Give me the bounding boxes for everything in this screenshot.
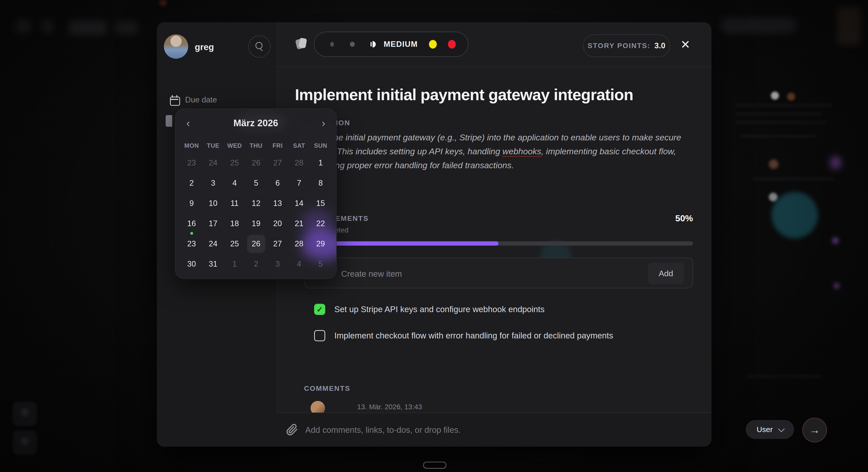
calendar-day-14[interactable]: 14 (288, 193, 310, 214)
calendar-day-17[interactable]: 17 (202, 214, 224, 234)
calendar-day-5[interactable]: 5 (245, 173, 267, 193)
calendar-day-28[interactable]: 28 (288, 234, 310, 254)
calendar-day-10[interactable]: 10 (202, 193, 224, 214)
calendar-day-5[interactable]: 5 (310, 254, 331, 274)
bg-big-teal-circle (771, 192, 818, 239)
calendar-month-title: März 2026 (234, 118, 278, 128)
calendar-day-26[interactable]: 26 (245, 234, 267, 254)
assignee-avatar[interactable] (164, 34, 188, 59)
calendar-day-25[interactable]: 25 (224, 153, 245, 173)
new-requirement-input[interactable]: Create new item Add (304, 257, 693, 288)
task-title[interactable]: Implement initial payment gateway integr… (295, 86, 710, 104)
comment-input[interactable]: Add comments, links, to-dos, or drop fil… (305, 425, 461, 435)
calendar-day-23[interactable]: 23 (181, 153, 202, 173)
priority-low-icon[interactable] (348, 40, 357, 49)
story-points-badge[interactable]: STORY POINTS: 3.0 (583, 34, 670, 57)
weekday-label: SUN (310, 141, 331, 150)
checkbox-checked[interactable] (314, 304, 325, 315)
calendar-day-18[interactable]: 18 (224, 214, 245, 234)
weekday-label: THU (245, 141, 267, 150)
calendar-day-28[interactable]: 28 (288, 153, 310, 173)
bg-text-line (746, 374, 822, 378)
calendar-day-11[interactable]: 11 (224, 193, 245, 214)
calendar-day-30[interactable]: 30 (181, 254, 202, 274)
calendar-day-13[interactable]: 13 (267, 193, 288, 214)
priority-lowest-icon[interactable] (328, 40, 337, 49)
calendar-day-1[interactable]: 1 (224, 254, 245, 274)
calendar-day-3[interactable]: 3 (267, 254, 288, 274)
bg-status-dot (830, 156, 841, 169)
spellcheck-word: webhooks (502, 147, 541, 156)
calendar-day-15[interactable]: 15 (310, 193, 331, 214)
window-drag-handle[interactable] (423, 462, 446, 469)
calendar-day-19[interactable]: 19 (245, 214, 267, 234)
requirements-percent: 50% (637, 213, 693, 223)
calendar-day-9[interactable]: 9 (181, 193, 202, 214)
checkbox-unchecked[interactable] (314, 330, 325, 341)
close-button[interactable]: ✕ (677, 36, 693, 53)
calendar-day-8[interactable]: 8 (310, 173, 331, 193)
calendar-day-24[interactable]: 24 (202, 153, 224, 173)
bg-text-line (751, 177, 835, 181)
send-comment-button[interactable]: → (802, 418, 827, 442)
calendar-day-16[interactable]: 16 (181, 214, 202, 234)
bg-text-line (736, 103, 832, 107)
attachment-icon[interactable] (286, 424, 298, 436)
bg-shape (42, 20, 53, 33)
calendar-day-4[interactable]: 4 (224, 173, 245, 193)
calendar-day-26[interactable]: 26 (245, 153, 267, 173)
priority-selected-label: MEDIUM (384, 40, 418, 49)
comment-timestamp: 13. Mär. 2026, 13:43 (357, 403, 422, 411)
add-requirement-button[interactable]: Add (648, 262, 684, 284)
calendar-day-27[interactable]: 27 (267, 153, 288, 173)
bg-avatar (769, 193, 777, 201)
description-line: payments. This includes setting up API k… (295, 145, 697, 158)
due-date-label: Due date (185, 95, 217, 104)
calendar-day-21[interactable]: 21 (288, 214, 310, 234)
label-sticker-icon[interactable] (296, 38, 307, 50)
weekday-label: TUE (202, 141, 224, 150)
story-points-value: 3.0 (655, 41, 665, 50)
weekday-label: MON (181, 141, 202, 150)
requirements-progress-bar (304, 241, 693, 246)
calendar-day-22[interactable]: 22 (310, 214, 331, 234)
chevron-down-icon (778, 426, 785, 432)
calendar-day-1[interactable]: 1 (310, 153, 331, 173)
add-assignee-button[interactable] (248, 35, 271, 58)
calendar-day-20[interactable]: 20 (267, 214, 288, 234)
priority-urgent-icon[interactable] (448, 40, 456, 49)
description-line: Integrate the initial payment gateway (e… (295, 130, 697, 145)
calendar-day-12[interactable]: 12 (245, 193, 267, 214)
calendar-header: ‹ März 2026 › (175, 118, 336, 128)
bg-text-line (736, 120, 827, 124)
bg-status-dot (834, 283, 840, 289)
calendar-day-2[interactable]: 2 (181, 173, 202, 193)
task-description[interactable]: Integrate the initial payment gateway (e… (295, 130, 697, 172)
calendar-day-6[interactable]: 6 (267, 173, 288, 193)
due-date-field[interactable]: Due date (170, 95, 217, 105)
audience-selected-value: User (757, 425, 773, 434)
story-points-label: STORY POINTS: (588, 42, 650, 50)
priority-medium-icon[interactable] (368, 40, 377, 49)
priority-high-icon[interactable] (429, 40, 437, 49)
new-requirement-placeholder: Create new item (341, 269, 402, 279)
bg-shape (115, 21, 138, 34)
calendar-day-7[interactable]: 7 (288, 173, 310, 193)
app-screen: greg Due date (0, 0, 868, 472)
calendar-day-31[interactable]: 31 (202, 254, 224, 274)
prev-month-button[interactable]: ‹ (186, 118, 190, 128)
calendar-day-29[interactable]: 29 (310, 234, 331, 254)
calendar-day-23[interactable]: 23 (181, 234, 202, 254)
next-month-button[interactable]: › (322, 118, 325, 128)
calendar-day-4[interactable]: 4 (288, 254, 310, 274)
calendar-day-24[interactable]: 24 (202, 234, 224, 254)
description-line: and ensuring proper error handling for f… (295, 158, 697, 172)
calendar-day-2[interactable]: 2 (245, 254, 267, 274)
header-divider (277, 66, 711, 67)
calendar-day-27[interactable]: 27 (267, 234, 288, 254)
weekday-label: FRI (267, 141, 288, 150)
checklist-item: Set up Stripe API keys and configure web… (314, 304, 613, 315)
calendar-day-25[interactable]: 25 (224, 234, 245, 254)
calendar-day-3[interactable]: 3 (202, 173, 224, 193)
audience-select[interactable]: User (746, 420, 794, 439)
